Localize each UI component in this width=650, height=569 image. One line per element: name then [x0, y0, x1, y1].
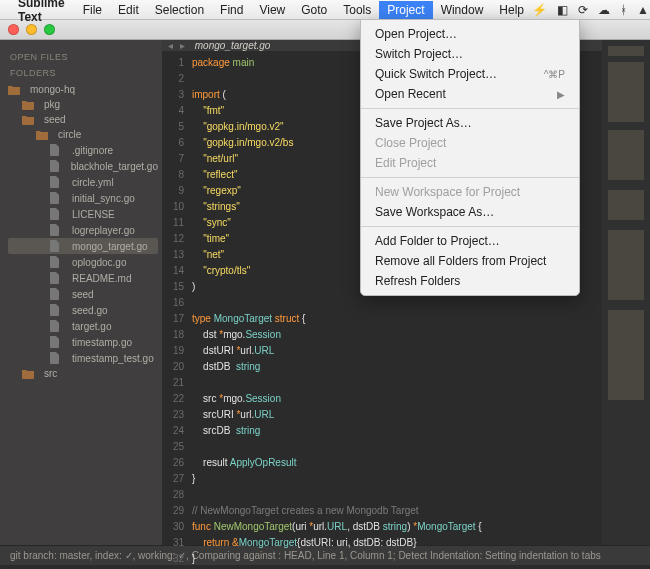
- tree-label: src: [44, 368, 57, 379]
- menu-find[interactable]: Find: [212, 1, 251, 19]
- menu-view[interactable]: View: [251, 1, 293, 19]
- file-icon: [50, 320, 68, 332]
- file-license[interactable]: LICENSE: [8, 206, 158, 222]
- menu-separator: [361, 177, 579, 178]
- folder-icon: [36, 130, 54, 140]
- tree-label: target.go: [72, 321, 111, 332]
- cloud-icon: ☁: [598, 3, 610, 17]
- close-window-button[interactable]: [8, 24, 19, 35]
- folder-mongo-hq[interactable]: mongo-hq: [8, 82, 158, 97]
- file-readme-md[interactable]: README.md: [8, 270, 158, 286]
- file-circle-yml[interactable]: circle.yml: [8, 174, 158, 190]
- file-blackhole-target-go[interactable]: blackhole_target.go: [8, 158, 158, 174]
- line-gutter: 1234567891011121314151617181920212223242…: [162, 55, 192, 569]
- wifi-icon: ▲: [637, 3, 649, 17]
- app-icon: ◧: [557, 3, 568, 17]
- folder-icon: [8, 85, 26, 95]
- file-oplogdoc-go[interactable]: oplogdoc.go: [8, 254, 158, 270]
- file-icon: [50, 144, 68, 156]
- file-icon: [50, 224, 68, 236]
- folder-circle[interactable]: circle: [8, 127, 158, 142]
- file-icon: [50, 208, 68, 220]
- menu-item-edit-project: Edit Project: [361, 153, 579, 173]
- file--gitignore[interactable]: .gitignore: [8, 142, 158, 158]
- folder-pkg[interactable]: pkg: [8, 97, 158, 112]
- folder-src[interactable]: src: [8, 366, 158, 381]
- file-timestamp-test-go[interactable]: timestamp_test.go: [8, 350, 158, 366]
- folder-icon: [22, 115, 40, 125]
- file-icon: [50, 256, 68, 268]
- app-name[interactable]: Sublime Text: [18, 0, 65, 24]
- bolt-icon: ⚡: [532, 3, 547, 17]
- menu-item-open-recent[interactable]: Open Recent▶: [361, 84, 579, 104]
- tree-label: README.md: [72, 273, 131, 284]
- file-icon: [50, 352, 68, 364]
- file-icon: [50, 240, 68, 252]
- file-timestamp-go[interactable]: timestamp.go: [8, 334, 158, 350]
- menu-item-close-project: Close Project: [361, 133, 579, 153]
- mac-menubar: Sublime Text FileEditSelectionFindViewGo…: [0, 0, 650, 20]
- menu-item-quick-switch-project[interactable]: Quick Switch Project…^⌘P: [361, 64, 579, 84]
- minimap[interactable]: [602, 40, 650, 545]
- tab-filename[interactable]: mongo_target.go: [195, 40, 271, 51]
- file-icon: [50, 272, 68, 284]
- zoom-window-button[interactable]: [44, 24, 55, 35]
- file-mongo-target-go[interactable]: mongo_target.go: [8, 238, 158, 254]
- tree-label: blackhole_target.go: [71, 161, 158, 172]
- tree-label: mongo-hq: [30, 84, 75, 95]
- file-initial-sync-go[interactable]: initial_sync.go: [8, 190, 158, 206]
- minimize-window-button[interactable]: [26, 24, 37, 35]
- menu-item-add-folder-to-project[interactable]: Add Folder to Project…: [361, 231, 579, 251]
- folder-icon: [22, 100, 40, 110]
- file-logreplayer-go[interactable]: logreplayer.go: [8, 222, 158, 238]
- menubar-status-area: ⚡ ◧ ⟳ ☁ ᚼ ▲ 🔍 ≡: [532, 3, 650, 17]
- menu-item-refresh-folders[interactable]: Refresh Folders: [361, 271, 579, 291]
- folders-heading: FOLDERS: [10, 68, 158, 78]
- tree-label: .gitignore: [72, 145, 113, 156]
- file-icon: [50, 192, 68, 204]
- menu-item-switch-project[interactable]: Switch Project…: [361, 44, 579, 64]
- menu-goto[interactable]: Goto: [293, 1, 335, 19]
- menu-item-save-project-as[interactable]: Save Project As…: [361, 113, 579, 133]
- project-menu-dropdown: Open Project…Switch Project…Quick Switch…: [360, 19, 580, 296]
- menu-item-remove-all-folders-from-project[interactable]: Remove all Folders from Project: [361, 251, 579, 271]
- open-files-heading: OPEN FILES: [10, 52, 158, 62]
- tree-label: circle: [58, 129, 81, 140]
- menu-window[interactable]: Window: [433, 1, 492, 19]
- tree-label: circle.yml: [72, 177, 114, 188]
- tree-label: timestamp.go: [72, 337, 132, 348]
- menu-edit[interactable]: Edit: [110, 1, 147, 19]
- tree-label: mongo_target.go: [72, 241, 148, 252]
- menu-selection[interactable]: Selection: [147, 1, 212, 19]
- tree-label: oplogdoc.go: [72, 257, 127, 268]
- sidebar: OPEN FILES FOLDERS mongo-hqpkgseedcircle…: [0, 40, 162, 545]
- menu-separator: [361, 226, 579, 227]
- file-target-go[interactable]: target.go: [8, 318, 158, 334]
- sync-icon: ⟳: [578, 3, 588, 17]
- file-icon: [50, 336, 68, 348]
- file-seed[interactable]: seed: [8, 286, 158, 302]
- tree-label: timestamp_test.go: [72, 353, 154, 364]
- tree-label: LICENSE: [72, 209, 115, 220]
- file-icon: [50, 288, 68, 300]
- menu-tools[interactable]: Tools: [335, 1, 379, 19]
- folder-seed[interactable]: seed: [8, 112, 158, 127]
- folder-icon: [22, 369, 40, 379]
- file-icon: [50, 304, 68, 316]
- file-icon: [50, 160, 67, 172]
- tree-label: logreplayer.go: [72, 225, 135, 236]
- tree-label: seed: [72, 289, 94, 300]
- menu-file[interactable]: File: [75, 1, 110, 19]
- menu-item-new-workspace-for-project: New Workspace for Project: [361, 182, 579, 202]
- menu-project[interactable]: Project: [379, 1, 432, 19]
- menu-help[interactable]: Help: [491, 1, 532, 19]
- tab-nav-arrows[interactable]: ◂ ▸: [168, 40, 187, 51]
- file-icon: [50, 176, 68, 188]
- menu-item-save-workspace-as[interactable]: Save Workspace As…: [361, 202, 579, 222]
- tree-label: initial_sync.go: [72, 193, 135, 204]
- menu-separator: [361, 108, 579, 109]
- tree-label: pkg: [44, 99, 60, 110]
- menu-item-open-project[interactable]: Open Project…: [361, 24, 579, 44]
- file-seed-go[interactable]: seed.go: [8, 302, 158, 318]
- tree-label: seed.go: [72, 305, 108, 316]
